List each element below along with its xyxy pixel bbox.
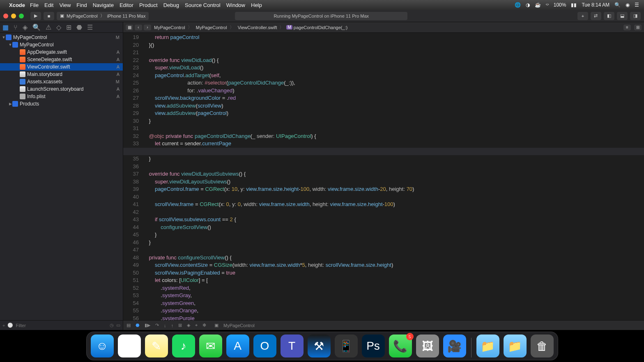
dock-trash[interactable]: 🗑 <box>531 335 554 357</box>
status-globe-icon[interactable]: 🌐 <box>515 2 521 8</box>
code-review-button[interactable]: ⇄ <box>591 12 601 20</box>
dock: ☺◉✎♪✉AOT⚒📱Ps📞5🖼🎥📁📁🗑 <box>86 332 558 360</box>
breadcrumb-project[interactable]: MyPageControl <box>153 25 185 30</box>
scm-filter-button[interactable]: ▭ <box>116 323 120 328</box>
notification-center-icon[interactable]: ☰ <box>635 2 639 8</box>
dock-finder[interactable]: ☺ <box>91 335 114 357</box>
recent-filter-button[interactable]: ◷ <box>110 323 114 328</box>
file-tree-item[interactable]: ▼MyPageControl <box>0 41 123 48</box>
file-tree-item[interactable]: ViewController.swiftA <box>0 63 123 71</box>
dock-zoom[interactable]: 🎥 <box>443 335 466 357</box>
close-button[interactable] <box>3 14 8 18</box>
add-file-button[interactable]: + <box>2 323 5 328</box>
test-navigator-tab[interactable]: ◇ <box>56 23 61 31</box>
dock-notes[interactable]: ✎ <box>145 335 168 357</box>
file-tree-item[interactable]: ▼MyPageControlM <box>0 34 123 41</box>
step-into-button[interactable]: ↓ <box>164 323 166 328</box>
menu-view[interactable]: View <box>59 2 71 8</box>
app-menu[interactable]: Xcode <box>9 2 25 8</box>
activity-status: Running MyPageControl on iPhone 11 Pro M… <box>235 12 407 20</box>
breakpoints-button[interactable]: ⬣ <box>136 323 140 328</box>
file-tree-item[interactable]: LaunchScreen.storyboardA <box>0 85 123 93</box>
step-out-button[interactable]: ↑ <box>171 323 174 328</box>
status-coffee-icon[interactable]: ☕ <box>535 2 541 8</box>
dock-teams[interactable]: T <box>281 335 304 357</box>
file-tree-item[interactable]: ▶Products <box>0 100 123 108</box>
forward-button[interactable]: › <box>144 25 151 30</box>
project-navigator-tab[interactable]: ▦ <box>2 23 9 31</box>
run-button[interactable]: ▶ <box>30 12 41 20</box>
menu-help[interactable]: Help <box>251 2 262 8</box>
menu-window[interactable]: Window <box>226 2 245 8</box>
issue-navigator-tab[interactable]: ⚠ <box>46 23 51 31</box>
battery-icon[interactable]: ▮▮ <box>571 2 577 8</box>
clock[interactable]: Tue 8:14 AM <box>582 2 610 8</box>
menu-product[interactable]: Product <box>139 2 158 8</box>
toggle-debug-area-button[interactable]: ▤ <box>126 323 131 328</box>
debug-target[interactable]: MyPageControl <box>223 323 255 328</box>
debug-navigator-tab[interactable]: ⊞ <box>66 23 71 31</box>
dock-photoshop[interactable]: Ps <box>362 335 385 357</box>
toggle-right-panel-button[interactable]: ◨ <box>630 12 641 20</box>
filter-icon: ⚪ <box>7 323 13 328</box>
scheme-selector[interactable]: ▣ MyPageControl 〉 iPhone 11 Pro Max <box>57 12 149 20</box>
source-control-navigator-tab[interactable]: ⑂ <box>14 24 18 31</box>
stop-button[interactable]: ■ <box>44 12 54 20</box>
dock-folder1[interactable]: 📁 <box>476 335 499 357</box>
navigator-filter-input[interactable] <box>16 323 107 328</box>
dock-chrome[interactable]: ◉ <box>118 335 141 357</box>
debug-view-hierarchy-button[interactable]: ⊞ <box>178 323 182 328</box>
file-tree-item[interactable]: Main.storyboardA <box>0 71 123 78</box>
menu-debug[interactable]: Debug <box>163 2 179 8</box>
code-content[interactable]: return pageControl }() override func vie… <box>143 33 644 320</box>
dock-facetime[interactable]: 📞5 <box>389 335 412 357</box>
simulate-location-button[interactable]: ⌖ <box>195 323 198 328</box>
dock-appstore[interactable]: A <box>226 335 249 357</box>
dock-spotify[interactable]: ♪ <box>172 335 195 357</box>
siri-icon[interactable]: ◉ <box>626 2 630 8</box>
breadcrumb-group[interactable]: MyPageControl <box>195 25 227 30</box>
menu-edit[interactable]: Edit <box>44 2 53 8</box>
find-navigator-tab[interactable]: 🔍 <box>32 23 41 31</box>
breadcrumb-file[interactable]: ViewController.swift <box>237 25 277 30</box>
spotlight-icon[interactable]: 🔍 <box>614 2 621 8</box>
file-tree: ▼MyPageControlM▼MyPageControlAppDelegate… <box>0 33 123 320</box>
file-tree-item[interactable]: SceneDelegate.swiftA <box>0 56 123 63</box>
toggle-bottom-panel-button[interactable]: ⬓ <box>617 12 628 20</box>
dock-folder2[interactable]: 📁 <box>504 335 527 357</box>
symbol-navigator-tab[interactable]: ◈ <box>23 23 28 31</box>
dock-preview[interactable]: 🖼 <box>416 335 439 357</box>
file-tree-item[interactable]: Assets.xcassetsM <box>0 78 123 85</box>
step-over-button[interactable]: ↷ <box>155 323 159 328</box>
source-editor[interactable]: 1920212223242526272829303132333435363738… <box>123 33 644 320</box>
line-gutter: 1920212223242526272829303132333435363738… <box>123 33 143 320</box>
dock-outlook[interactable]: O <box>253 335 276 357</box>
add-button[interactable]: + <box>577 12 588 20</box>
status-caffeine-icon[interactable]: ◑ <box>526 2 530 8</box>
menu-source-control[interactable]: Source Control <box>185 2 221 8</box>
report-navigator-tab[interactable]: ☰ <box>87 23 93 31</box>
breakpoint-navigator-tab[interactable]: ⬣ <box>76 23 82 31</box>
status-wifi-icon[interactable]: ⌔ <box>546 2 549 8</box>
related-items-button[interactable]: ▦ <box>126 25 133 30</box>
zoom-button[interactable] <box>19 14 24 18</box>
menu-find[interactable]: Find <box>76 2 87 8</box>
add-editor-button[interactable]: ⊞ <box>634 25 642 30</box>
file-tree-item[interactable]: AppDelegate.swiftA <box>0 48 123 56</box>
dock-simulator[interactable]: 📱 <box>335 335 358 357</box>
editor-options-button[interactable]: ≡ <box>623 25 631 30</box>
dock-xcode[interactable]: ⚒ <box>308 335 331 357</box>
toggle-left-panel-button[interactable]: ◧ <box>604 12 614 20</box>
menu-navigate[interactable]: Navigate <box>93 2 114 8</box>
environment-overrides-button[interactable]: ✻ <box>202 323 206 328</box>
breadcrumb-symbol[interactable]: MpageControlDidChange(_:) <box>286 25 347 30</box>
minimize-button[interactable] <box>11 14 16 18</box>
file-tree-item[interactable]: Info.plistA <box>0 93 123 100</box>
back-button[interactable]: ‹ <box>135 25 142 30</box>
continue-button[interactable]: ▮▶ <box>145 323 150 328</box>
menu-file[interactable]: File <box>30 2 39 8</box>
menu-editor[interactable]: Editor <box>120 2 133 8</box>
dock-messages[interactable]: ✉ <box>199 335 222 357</box>
debug-memory-button[interactable]: ◈ <box>187 323 190 328</box>
navigator-filter-bar: + ⚪ ◷ ▭ <box>0 320 123 330</box>
